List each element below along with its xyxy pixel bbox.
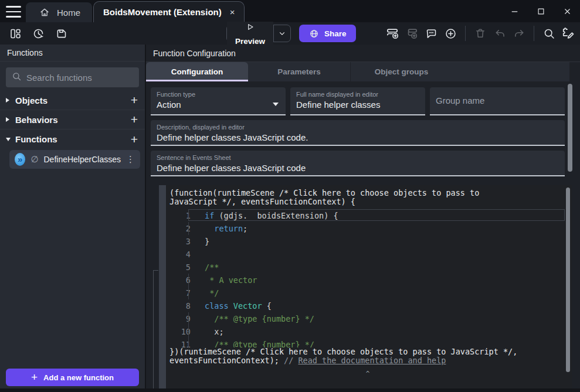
add-comment-icon[interactable] — [424, 26, 438, 40]
close-tab-icon[interactable]: × — [230, 7, 235, 17]
sentence-field[interactable]: Sentence in Events Sheet Define helper c… — [151, 151, 565, 176]
line-number: 2 — [169, 222, 191, 235]
documentation-link[interactable]: Read the documentation and help — [298, 356, 446, 365]
tab-object-groups[interactable]: Object groups — [350, 62, 452, 81]
code-line[interactable]: 11 /** @type {number} */ — [169, 338, 566, 347]
hamburger-menu-icon[interactable] — [6, 6, 21, 18]
sidebar-item-objects[interactable]: Objects + — [0, 91, 145, 110]
version-history-icon[interactable] — [31, 26, 45, 40]
function-type-select[interactable]: Function type Action — [151, 87, 286, 115]
code-line[interactable]: 7 */ — [169, 287, 566, 299]
chevron-right-icon — [6, 117, 15, 122]
app-window: Home BoidsMovement (Extension) × — [0, 0, 580, 392]
tab-parameters[interactable]: Parameters — [248, 62, 350, 81]
description-value: Define helper classes JavaScript code. — [157, 132, 559, 142]
editor-header: (function(runtimeScene /* Click here to … — [169, 189, 566, 206]
full-name-field[interactable]: Full name displayed in editor Define hel… — [290, 87, 425, 115]
sidebar-item-behaviors[interactable]: Behaviors + — [0, 110, 145, 129]
window-bottom-edge — [0, 388, 580, 392]
undo-icon[interactable] — [493, 26, 507, 40]
code-line[interactable]: 9 /** @type {number} */ — [169, 312, 566, 325]
save-icon[interactable] — [54, 26, 68, 40]
search-functions-box[interactable] — [6, 67, 139, 87]
code-line[interactable]: 2 return; — [169, 222, 566, 235]
maximize-icon[interactable] — [537, 7, 545, 16]
chevron-right-icon — [6, 98, 15, 103]
line-number: 1 — [169, 209, 191, 222]
dropdown-arrow-icon — [273, 103, 279, 106]
search-icon[interactable] — [542, 26, 556, 40]
expand-editor-caret[interactable]: ^ — [169, 370, 566, 377]
code-line[interactable]: 4 — [169, 248, 566, 261]
globe-icon — [308, 28, 319, 39]
sidebar-item-functions[interactable]: Functions + — [0, 129, 145, 149]
tab-configuration[interactable]: Configuration — [146, 62, 248, 81]
code-line[interactable]: 8class Vector { — [169, 299, 566, 312]
js-code-editor[interactable]: (function(runtimeScene /* Click here to … — [166, 185, 572, 392]
line-number: 6 — [169, 274, 191, 287]
group-name-field[interactable] — [430, 87, 565, 115]
code-text: /** @type {number} */ — [205, 312, 566, 325]
code-line[interactable]: 5/** — [169, 261, 566, 274]
code-text: if (gdjs.__boidsExtension) { — [205, 209, 566, 222]
code-text: class Vector { — [205, 299, 566, 312]
private-function-icon: ∅ — [30, 154, 38, 165]
functions-sidebar: Functions Objects + Behaviors + — [0, 45, 146, 392]
add-new-function-button[interactable]: + Add a new function — [6, 369, 139, 386]
window-controls — [510, 0, 572, 22]
code-text: x; — [205, 325, 566, 338]
line-number: 10 — [169, 325, 191, 338]
more-options-icon[interactable]: ⋮ — [126, 154, 135, 165]
code-line[interactable]: 1if (gdjs.__boidsExtension) { — [169, 209, 566, 222]
full-name-value: Define helper classes — [296, 100, 419, 110]
add-circle-icon[interactable] — [443, 26, 457, 40]
panels-layout-icon[interactable] — [8, 26, 22, 40]
titlebar: Home BoidsMovement (Extension) × — [0, 0, 580, 22]
close-window-icon[interactable] — [563, 7, 572, 16]
code-text: * A vector — [205, 274, 566, 287]
configuration-form: Function type Action Full name displayed… — [146, 81, 580, 185]
play-icon — [245, 22, 256, 32]
editor-scrollbar[interactable] — [566, 188, 570, 372]
code-line[interactable]: 3} — [169, 235, 566, 248]
edit-extension-icon[interactable] — [561, 26, 575, 40]
function-type-value: Action — [157, 100, 280, 110]
code-text: /** — [205, 261, 566, 274]
add-object-button[interactable]: + — [131, 94, 138, 106]
add-behavior-button[interactable]: + — [131, 114, 138, 125]
description-field[interactable]: Description, displayed in editor Define … — [151, 120, 565, 146]
share-button[interactable]: Share — [299, 25, 356, 42]
code-line[interactable]: 6 * A vector — [169, 274, 566, 287]
redo-icon[interactable] — [512, 26, 526, 40]
code-line[interactable]: 10 x; — [169, 325, 566, 338]
line-number: 8 — [169, 299, 191, 312]
code-text: return; — [205, 222, 566, 235]
home-tab-label: Home — [57, 8, 80, 18]
add-event-icon[interactable] — [385, 26, 399, 40]
code-text: */ — [205, 287, 566, 299]
line-number: 5 — [169, 261, 191, 274]
group-name-input[interactable] — [436, 91, 559, 110]
plus-icon: + — [31, 371, 38, 384]
add-function-button[interactable]: + — [131, 134, 138, 145]
line-number: 11 — [169, 338, 191, 347]
minimize-icon[interactable] — [510, 7, 519, 16]
preview-dropdown-chevron-icon[interactable] — [274, 29, 290, 38]
add-subevent-icon[interactable] — [405, 26, 419, 40]
tab-home[interactable]: Home — [26, 2, 92, 22]
chevron-down-icon — [6, 138, 15, 141]
code-section: (function(runtimeScene /* Click here to … — [146, 185, 580, 392]
editor-footer: })(runtimeScene /* Click here to choose … — [169, 347, 566, 365]
code-text: } — [205, 235, 566, 248]
event-drag-bar[interactable] — [159, 185, 166, 392]
tab-boidsmovement[interactable]: BoidsMovement (Extension) × — [93, 1, 245, 22]
delete-icon[interactable] — [473, 26, 487, 40]
page-title: Function Configuration — [146, 45, 580, 62]
preview-button[interactable]: Preview — [226, 25, 291, 42]
event-bracket — [153, 270, 158, 392]
function-list-item-selected[interactable]: » ∅ DefineHelperClasses ⋮ — [9, 150, 140, 169]
line-number: 9 — [169, 312, 191, 325]
tab-bar: Configuration Parameters Object groups — [146, 62, 569, 81]
search-functions-input[interactable] — [26, 73, 143, 83]
form-scrollbar[interactable] — [568, 84, 572, 172]
